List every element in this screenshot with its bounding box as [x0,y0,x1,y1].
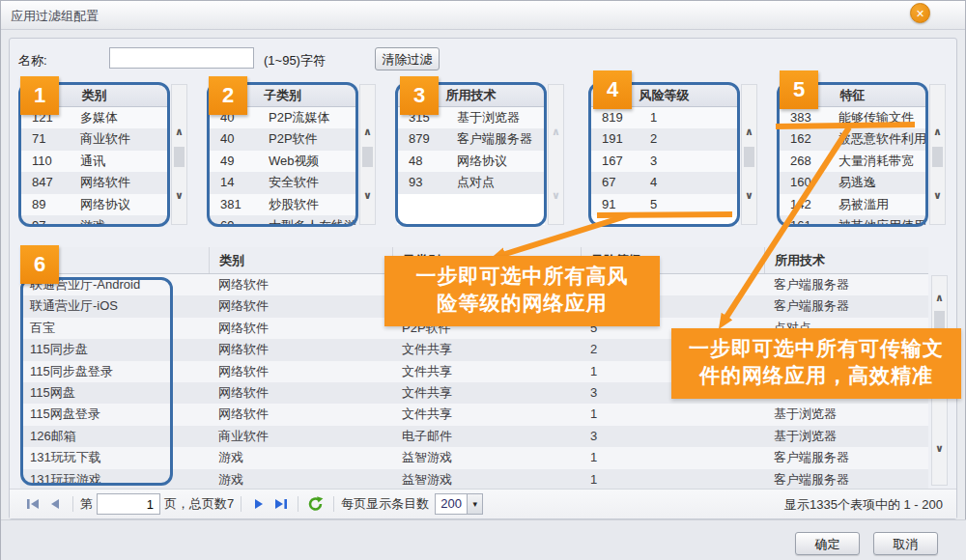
table-row[interactable]: 131玩玩游戏游戏益智游戏1客户端服务器 [20,469,928,489]
filter-row[interactable]: 8191 [590,107,738,128]
row-count: 49 [209,151,259,172]
table-row[interactable]: 115网盘登录网络软件文件共享1基于浏览器 [20,404,928,425]
scroll-down-icon[interactable]: ∨ [549,189,563,202]
page-number-input[interactable] [97,493,160,515]
scroll-down-icon[interactable]: ∨ [172,189,186,202]
filter-row[interactable]: 268大量消耗带宽 [779,151,926,172]
callout-file-transfer: 一步即可选中所有可传输文 件的网络应用，高效精准 [671,328,961,399]
filter-row[interactable]: 14安全软件 [209,172,356,193]
filter-row[interactable]: 847网络软件 [20,172,168,193]
scroll-up-icon[interactable]: ∧ [742,126,756,138]
row-count: 383 [779,107,829,128]
scroll-down-icon[interactable]: ∨ [360,189,375,202]
scroll-thumb[interactable] [744,147,754,167]
filter-row[interactable]: 69大型多人在线游戏 [209,215,356,225]
chevron-down-icon[interactable]: ▾ [467,494,482,514]
row-count: 381 [209,194,259,215]
row-count: 191 [590,128,640,150]
table-column-header[interactable]: 所用技术 [764,247,928,273]
row-count: 160 [779,172,829,193]
filter-row[interactable]: 162被恶意软件利用 [779,128,926,150]
filter-row[interactable]: 49Web视频 [209,151,356,172]
table-row[interactable]: 126邮箱商业软件电子邮件3基于浏览器 [20,426,928,447]
per-page-label: 每页显示条目数 [341,495,429,513]
table-row[interactable]: 131玩玩下载游戏益智游戏1客户端服务器 [20,447,928,468]
scrollbar[interactable]: ∧ ∨ [171,84,187,225]
table-cell: 文件共享 [392,339,581,360]
scroll-down-icon[interactable]: ∨ [932,442,947,455]
row-label: 被恶意软件利用 [829,128,926,150]
table-cell: 联通营业厅-iOS [20,295,209,317]
row-count: 110 [20,151,71,172]
filter-row[interactable]: 48网络协议 [397,151,545,172]
filter-row[interactable]: 110通讯 [20,151,168,172]
scrollbar[interactable]: ∧ ∨ [929,84,946,225]
row-label: 易逃逸 [829,172,926,193]
row-label: 多媒体 [71,107,168,128]
scroll-up-icon[interactable]: ∧ [360,126,375,138]
table-cell: 客户端服务器 [764,295,928,317]
row-count: 67 [590,172,640,193]
filter-row[interactable]: 1673 [590,151,738,172]
per-page-select[interactable]: 200 ▾ [435,493,483,515]
dialog-title: 应用过滤组配置 [11,8,99,25]
table-column-header[interactable]: 类别 [209,247,392,273]
divider [241,496,242,512]
step-badge-1: 1 [20,76,59,115]
filter-row[interactable]: 71商业软件 [20,128,168,150]
callout-line: 险等级的网络应用 [384,290,660,317]
scroll-thumb[interactable] [932,147,943,167]
row-label: Web视频 [259,151,356,172]
pagination-bar: 第 页，总页数7 每页显示条目数 200 ▾ 显示1335个表项中的 1 - 2… [10,489,956,518]
filter-row[interactable]: 879客户端服务器 [397,128,545,150]
filter-row[interactable]: 142易被滥用 [779,194,926,215]
filter-row[interactable]: 93点对点 [397,172,545,193]
row-label: 大量消耗带宽 [829,151,926,172]
scroll-up-icon[interactable]: ∧ [932,292,947,304]
row-label: 客户端服务器 [447,128,545,150]
scroll-up-icon[interactable]: ∧ [930,126,945,138]
scroll-thumb[interactable] [174,147,185,167]
cancel-button[interactable]: 取消 [873,532,938,555]
last-page-icon[interactable] [272,497,288,511]
table-cell: 益智游戏 [392,469,581,489]
row-label: 4 [640,172,738,193]
scroll-up-icon[interactable]: ∧ [172,126,186,138]
scroll-down-icon[interactable]: ∨ [742,189,756,202]
page-label: 第 [80,495,93,513]
filter-row[interactable]: 915 [590,194,738,215]
filter-row[interactable]: 674 [590,172,738,193]
refresh-icon[interactable] [307,496,325,512]
table-cell: 文件共享 [392,382,581,404]
prev-page-icon[interactable] [47,497,63,511]
scroll-up-icon[interactable]: ∧ [549,126,563,138]
filter-row[interactable]: 383能够传输文件 [779,107,926,128]
filter-row[interactable]: 1912 [590,128,738,150]
row-count: 161 [779,215,829,225]
first-page-icon[interactable] [26,497,42,511]
scrollbar[interactable]: ∧ ∨ [359,84,376,225]
filter-row[interactable]: 89网络协议 [20,194,168,215]
scrollbar[interactable]: ∧ ∨ [548,84,564,225]
table-cell: 基于浏览器 [764,404,928,425]
filter-row[interactable]: 40P2P软件 [209,128,356,150]
table-cell: 网络软件 [209,295,392,317]
close-icon[interactable]: ✕ [910,3,930,23]
filter-row[interactable]: 381炒股软件 [209,194,356,215]
row-label: 炒股软件 [259,194,356,215]
filter-row[interactable]: 160易逃逸 [779,172,926,193]
filter-row[interactable]: 161被其他应用使用 [779,215,926,225]
step-badge-5: 5 [780,70,818,109]
callout-line: 一步即可选中所有高风 [384,263,660,290]
table-cell: 商业软件 [209,426,392,447]
scroll-down-icon[interactable]: ∨ [930,189,945,202]
table-cell: 131玩玩游戏 [20,469,209,489]
next-page-icon[interactable] [251,497,267,511]
filter-row[interactable]: 97游戏 [20,215,168,225]
name-input[interactable] [109,47,254,69]
clear-filter-button[interactable]: 清除过滤 [375,47,440,70]
ok-button[interactable]: 确定 [795,532,860,555]
scroll-thumb[interactable] [362,147,373,167]
row-label: 商业软件 [71,128,168,150]
scrollbar[interactable]: ∧ ∨ [741,84,757,225]
